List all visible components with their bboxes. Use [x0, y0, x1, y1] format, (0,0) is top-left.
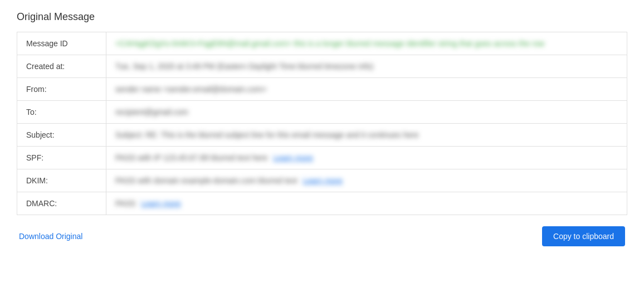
value-message-id: <CAHqgKDgXs-0nMr3+FqgE8N@mail.gmail.com>… — [106, 32, 627, 55]
table-row-created-at: Created at: Tue, Sep 1, 2020 at 3:49 PM … — [17, 55, 627, 78]
table-row-dmarc: DMARC: PASS Learn more — [17, 192, 627, 215]
dkim-learn-more-link[interactable]: Learn more — [303, 176, 343, 185]
created-at-value: Tue, Sep 1, 2020 at 3:49 PM (Eastern Day… — [115, 62, 373, 71]
label-to: To: — [17, 101, 106, 124]
value-dmarc: PASS Learn more — [106, 192, 627, 215]
from-value: sender name <sender.email@domain.com> — [115, 85, 267, 94]
label-subject: Subject: — [17, 124, 106, 147]
copy-to-clipboard-button[interactable]: Copy to clipboard — [542, 226, 625, 246]
label-dmarc: DMARC: — [17, 192, 106, 215]
value-dkim: PASS with domain example-domain.com blur… — [106, 169, 627, 192]
value-created-at: Tue, Sep 1, 2020 at 3:49 PM (Eastern Day… — [106, 55, 627, 78]
table-row-message-id: Message ID <CAHqgKDgXs-0nMr3+FqgE8N@mail… — [17, 32, 627, 55]
value-spf: PASS with IP 123.45.67.89 blurred text h… — [106, 147, 627, 169]
dkim-value: PASS with domain example-domain.com blur… — [115, 176, 297, 185]
page-title: Original Message — [17, 11, 627, 23]
label-created-at: Created at: — [17, 55, 106, 78]
spf-value: PASS with IP 123.45.67.89 blurred text h… — [115, 153, 267, 162]
download-original-link[interactable]: Download Original — [19, 232, 82, 241]
table-row-subject: Subject: Subject: RE: This is the blurre… — [17, 124, 627, 147]
value-from: sender name <sender.email@domain.com> — [106, 78, 627, 101]
to-value: recipient@gmail.com — [115, 108, 188, 116]
label-from: From: — [17, 78, 106, 101]
value-to: recipient@gmail.com — [106, 101, 627, 124]
table-row-from: From: sender name <sender.email@domain.c… — [17, 78, 627, 101]
dmarc-learn-more-link[interactable]: Learn more — [141, 199, 181, 208]
label-spf: SPF: — [17, 147, 106, 169]
table-row-to: To: recipient@gmail.com — [17, 101, 627, 124]
message-id-value: <CAHqgKDgXs-0nMr3+FqgE8N@mail.gmail.com>… — [115, 39, 544, 48]
value-subject: Subject: RE: This is the blurred subject… — [106, 124, 627, 147]
footer-area: Download Original Copy to clipboard — [17, 226, 627, 246]
table-row-dkim: DKIM: PASS with domain example-domain.co… — [17, 169, 627, 192]
label-dkim: DKIM: — [17, 169, 106, 192]
spf-learn-more-link[interactable]: Learn more — [273, 153, 313, 162]
message-table: Message ID <CAHqgKDgXs-0nMr3+FqgE8N@mail… — [17, 32, 627, 215]
subject-value: Subject: RE: This is the blurred subject… — [115, 130, 418, 139]
dmarc-value: PASS — [115, 199, 135, 208]
table-row-spf: SPF: PASS with IP 123.45.67.89 blurred t… — [17, 147, 627, 169]
label-message-id: Message ID — [17, 32, 106, 55]
